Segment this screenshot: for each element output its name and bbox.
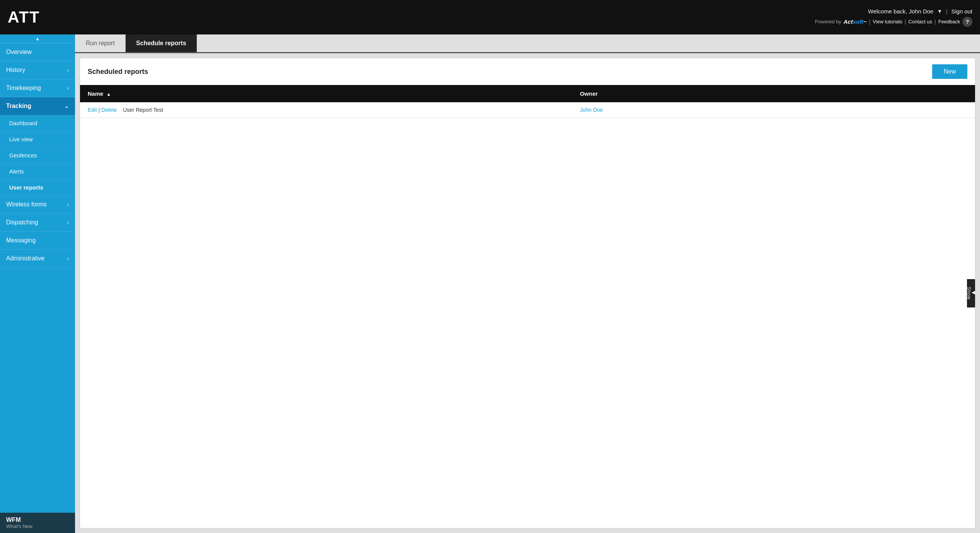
- header-divider-2: |: [869, 18, 871, 25]
- col-header-owner: Owner: [572, 85, 975, 102]
- table-cell-owner: John Doe: [572, 102, 975, 118]
- chevron-right-icon-dispatching: ›: [67, 219, 69, 226]
- sidebar-item-wireless-forms[interactable]: Wireless forms ›: [0, 196, 75, 214]
- sign-out-link[interactable]: Sign out: [951, 8, 972, 15]
- sidebar-item-administrative[interactable]: Administrative ›: [0, 250, 75, 268]
- side-toggle-label: Show: [966, 286, 972, 299]
- action-separator: |: [98, 107, 100, 113]
- side-toggle-arrow-icon: ◀: [972, 289, 975, 295]
- wfm-label: WFM: [6, 517, 69, 523]
- side-toggle-button[interactable]: ◀ Show: [967, 279, 975, 307]
- sidebar-sub-item-user-reports[interactable]: User reports: [0, 180, 75, 196]
- chevron-down-icon-tracking: ⌄: [64, 103, 69, 109]
- col-header-name: Name ▲: [80, 85, 572, 102]
- tabs-bar: Run report Schedule reports: [75, 34, 980, 53]
- report-name: User Report Test: [123, 107, 163, 113]
- chevron-right-icon-admin: ›: [67, 255, 69, 262]
- sidebar-item-label-administrative: Administrative: [6, 255, 44, 262]
- view-tutorials-link[interactable]: View tutorials: [873, 19, 902, 25]
- content-panel: Scheduled reports New Name ▲ Owner: [80, 58, 975, 528]
- table-cell-actions-name: Edit | Delete User Report Test: [80, 102, 572, 118]
- welcome-text: Welcome back, John Doe: [868, 8, 934, 15]
- delete-link[interactable]: Delete: [101, 107, 117, 113]
- sidebar-item-label-messaging: Messaging: [6, 237, 36, 244]
- sidebar-sub-item-dashboard[interactable]: Dashboard: [0, 115, 75, 131]
- owner-name[interactable]: John Doe: [580, 107, 603, 113]
- header-divider-4: |: [934, 18, 936, 25]
- tab-run-report[interactable]: Run report: [75, 34, 126, 52]
- reports-table: Name ▲ Owner Edit | De: [80, 85, 975, 118]
- sidebar-sub-item-alerts[interactable]: Alerts: [0, 163, 75, 180]
- sidebar-item-label-history: History: [6, 67, 25, 74]
- app-logo: ATT: [8, 8, 40, 26]
- table-header-row: Name ▲ Owner: [80, 85, 975, 102]
- main-layout: ▲ Overview History › Timekeeping › Track…: [0, 34, 980, 533]
- sidebar-item-timekeeping[interactable]: Timekeeping ›: [0, 79, 75, 97]
- sidebar: ▲ Overview History › Timekeeping › Track…: [0, 34, 75, 533]
- header-right: Welcome back, John Doe ▼ | Sign out Powe…: [815, 8, 972, 27]
- sidebar-item-tracking[interactable]: Tracking ⌄: [0, 97, 75, 115]
- sidebar-sub-label-alerts: Alerts: [9, 168, 24, 175]
- sidebar-item-label-tracking: Tracking: [6, 103, 31, 110]
- sidebar-item-history[interactable]: History ›: [0, 61, 75, 79]
- reports-header: Scheduled reports New: [80, 58, 975, 85]
- sidebar-item-dispatching[interactable]: Dispatching ›: [0, 214, 75, 232]
- chevron-right-icon-timekeeping: ›: [67, 85, 69, 91]
- sidebar-item-messaging[interactable]: Messaging: [0, 232, 75, 250]
- whats-new-label: What's New: [6, 523, 69, 529]
- sidebar-item-overview[interactable]: Overview: [0, 43, 75, 61]
- app-header: ATT Welcome back, John Doe ▼ | Sign out …: [0, 0, 980, 34]
- header-divider-3: |: [905, 18, 906, 25]
- sidebar-item-label-wireless-forms: Wireless forms: [6, 201, 47, 208]
- table-actions: Edit | Delete: [88, 107, 117, 113]
- sidebar-footer: WFM What's New: [0, 513, 75, 533]
- feedback-link[interactable]: Feedback: [938, 19, 960, 25]
- table-row: Edit | Delete User Report Test John Doe: [80, 102, 975, 118]
- sidebar-sub-label-live-view: Live view: [9, 136, 33, 142]
- powered-by-text: Powered by: [815, 19, 841, 25]
- sidebar-sub-label-geofences: Geofences: [9, 152, 37, 159]
- help-button[interactable]: ?: [962, 17, 972, 27]
- chevron-right-icon-wireless: ›: [67, 201, 69, 208]
- sidebar-item-label-timekeeping: Timekeeping: [6, 85, 41, 92]
- sidebar-sub-label-user-reports: User reports: [9, 184, 43, 191]
- header-bottom-row: Powered by Actsoft~ | View tutorials | C…: [815, 17, 972, 27]
- sidebar-scroll-up[interactable]: ▲: [0, 34, 75, 43]
- sort-arrow-icon[interactable]: ▲: [106, 92, 111, 97]
- reports-title: Scheduled reports: [88, 68, 148, 76]
- contact-us-link[interactable]: Contact us: [908, 19, 932, 25]
- sidebar-item-label-dispatching: Dispatching: [6, 219, 38, 226]
- header-divider-1: |: [946, 8, 947, 15]
- user-row: Welcome back, John Doe ▼ | Sign out: [868, 8, 972, 15]
- content-area: Run report Schedule reports Scheduled re…: [75, 34, 980, 533]
- user-dropdown-arrow[interactable]: ▼: [937, 8, 942, 14]
- sidebar-sub-item-live-view[interactable]: Live view: [0, 131, 75, 147]
- sidebar-sub-label-dashboard: Dashboard: [9, 120, 37, 126]
- actsoft-logo: Actsoft~: [844, 18, 867, 25]
- edit-link[interactable]: Edit: [88, 107, 97, 113]
- tab-schedule-reports[interactable]: Schedule reports: [126, 34, 197, 52]
- chevron-right-icon-history: ›: [67, 67, 69, 73]
- sidebar-item-label-overview: Overview: [6, 49, 32, 56]
- sidebar-sub-item-geofences[interactable]: Geofences: [0, 147, 75, 163]
- new-button[interactable]: New: [932, 64, 967, 79]
